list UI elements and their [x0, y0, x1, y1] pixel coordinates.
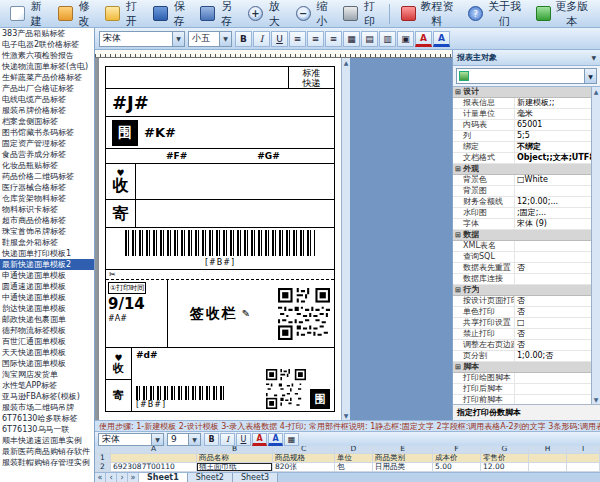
- field-g[interactable]: #G#: [257, 151, 279, 161]
- sheet-font-select[interactable]: 宋体 ▼: [98, 433, 164, 446]
- modify-button[interactable]: 修改: [52, 0, 99, 32]
- property-row[interactable]: 打印前脚本: [453, 395, 591, 404]
- property-panel-header[interactable]: 报表主对象 ▼: [453, 50, 600, 66]
- grid-cell[interactable]: 成本价: [433, 454, 481, 463]
- template-list-item[interactable]: 6T76130乌马一联: [0, 424, 94, 435]
- property-value[interactable]: 5;5: [515, 131, 591, 141]
- sheet-fill-color-button[interactable]: A: [268, 433, 283, 446]
- property-value[interactable]: [515, 384, 591, 394]
- sheet-italic-button[interactable]: I: [220, 433, 235, 446]
- grid-column-header[interactable]: E: [373, 446, 433, 454]
- font-size-select[interactable]: 小五 ▼: [188, 31, 232, 47]
- property-row[interactable]: 背景色 □White: [453, 175, 591, 186]
- template-list-item[interactable]: 珠宝首饰吊牌标签: [0, 226, 94, 237]
- scroll-up-icon[interactable]: ▲: [594, 88, 599, 95]
- template-list-item[interactable]: 顺丰快递速运面单实例: [0, 435, 94, 446]
- property-value[interactable]: 否: [515, 296, 591, 306]
- italic-button[interactable]: I: [253, 31, 270, 47]
- grid-cell[interactable]: 商品名称: [197, 454, 273, 463]
- align-right-button[interactable]: ≡: [325, 31, 342, 47]
- underline-button[interactable]: U: [271, 31, 288, 47]
- template-list-item[interactable]: 德邦物流标签模板: [0, 325, 94, 336]
- property-value[interactable]: 1;0.00;否: [515, 351, 591, 361]
- property-row[interactable]: 背景图: [453, 186, 591, 197]
- template-list-item[interactable]: 超市商品价格标签: [0, 215, 94, 226]
- last-sheet-icon[interactable]: »: [128, 473, 139, 482]
- image-button[interactable]: ▤: [361, 31, 378, 47]
- qr-code[interactable]: [278, 288, 330, 340]
- template-list-item[interactable]: 固定资产管理标签: [0, 138, 94, 149]
- property-row[interactable]: 绑定 不绑定: [453, 142, 591, 153]
- template-list-item[interactable]: 邮政快递包裹面单: [0, 314, 94, 325]
- new-button[interactable]: 新建: [4, 0, 51, 32]
- property-value[interactable]: [515, 241, 591, 251]
- property-value[interactable]: 否: [515, 263, 591, 273]
- signature-label[interactable]: 签收栏: [190, 305, 238, 323]
- property-row[interactable]: 行为: [453, 285, 591, 296]
- property-value[interactable]: ;固定;...: [515, 208, 591, 218]
- grid-cell[interactable]: 猫王面巾纸: [197, 463, 273, 472]
- property-value[interactable]: 新建模板;;: [515, 98, 591, 108]
- grid-cell[interactable]: [111, 454, 197, 463]
- property-scrollbar[interactable]: ▲ ▼: [591, 87, 600, 404]
- print-button[interactable]: 打印: [337, 0, 384, 32]
- template-list-item[interactable]: 医疗器械合格标签: [0, 182, 94, 193]
- property-row[interactable]: 列 5;5: [453, 131, 591, 142]
- grid-cell[interactable]: 零售价: [481, 454, 529, 463]
- property-value[interactable]: 不绑定: [515, 142, 591, 152]
- grid-cell[interactable]: 820张: [273, 463, 335, 472]
- stub-receiver-cell[interactable]: ♥ 收: [106, 348, 131, 380]
- property-value[interactable]: [515, 373, 591, 383]
- property-row[interactable]: 文档格式 Object;;文本;UTF8: [453, 153, 591, 164]
- qrcode-button[interactable]: ▣: [397, 31, 414, 47]
- design-canvas[interactable]: 标准 快递 #J# 围 #K# #F#: [95, 50, 452, 420]
- sheet-underline-button[interactable]: U: [236, 433, 251, 446]
- template-list-item[interactable]: 生鲜蔬菜产品价格标签: [0, 72, 94, 83]
- template-list-item[interactable]: 383产品箱贴标签: [0, 28, 94, 39]
- template-list-item[interactable]: 图书馆藏书条码标签: [0, 127, 94, 138]
- save-button[interactable]: 保存: [147, 0, 194, 32]
- template-list-item[interactable]: 食品营养成分标签: [0, 149, 94, 160]
- grid-cell[interactable]: 包: [335, 463, 373, 472]
- tab-sheet3[interactable]: Sheet3: [233, 473, 278, 482]
- property-row[interactable]: 禁止打印 否: [453, 329, 591, 340]
- template-list-item[interactable]: 圆通速递面单模板: [0, 281, 94, 292]
- grid-column-header[interactable]: D: [335, 446, 373, 454]
- grid-column-header[interactable]: H: [529, 446, 567, 454]
- template-list-item[interactable]: 仓库货架物料标签: [0, 193, 94, 204]
- property-value[interactable]: 否: [515, 340, 591, 350]
- field-d[interactable]: #d#: [136, 350, 258, 360]
- template-list-item[interactable]: 档案盒侧面标签: [0, 116, 94, 127]
- stub-barcode-caption[interactable]: [#B#]: [136, 400, 258, 409]
- scroll-down-icon[interactable]: ▼: [344, 412, 349, 419]
- more-versions-button[interactable]: 更多版本: [530, 0, 596, 32]
- grid-cell[interactable]: 12.00: [481, 463, 529, 472]
- stub-qr-code[interactable]: [266, 369, 306, 409]
- property-value[interactable]: Object;;文本;UTF8: [515, 153, 591, 163]
- property-value[interactable]: □: [515, 318, 591, 328]
- property-row[interactable]: 内码表 65001: [453, 120, 591, 131]
- property-row[interactable]: 单色打印 否: [453, 307, 591, 318]
- save-as-button[interactable]: 另存: [194, 0, 241, 32]
- grid-cell[interactable]: 商品类别: [373, 454, 433, 463]
- property-row[interactable]: 打印绘图脚本: [453, 373, 591, 384]
- template-list-item[interactable]: 化妆品瓶贴标签: [0, 160, 94, 171]
- grid-cell[interactable]: 单位: [335, 454, 373, 463]
- service-type-box[interactable]: 标准 快递: [288, 67, 334, 88]
- zoom-out-button[interactable]: 缩小: [290, 0, 337, 32]
- template-list-item[interactable]: 水性笔APP标签: [0, 380, 94, 391]
- grid-column-header[interactable]: F: [433, 446, 481, 454]
- template-list-item[interactable]: 产品出厂合格证标签: [0, 83, 94, 94]
- template-list-item[interactable]: 百世汇通面单模板: [0, 336, 94, 347]
- open-button[interactable]: 打开: [99, 0, 146, 32]
- field-f[interactable]: #F#: [166, 151, 187, 161]
- template-list-item[interactable]: 中通快递面单模板: [0, 292, 94, 303]
- sender-cell[interactable]: 寄: [106, 200, 136, 227]
- tutorial-button[interactable]: 教程资料: [395, 0, 461, 32]
- next-sheet-icon[interactable]: ›: [117, 473, 128, 482]
- template-list-item[interactable]: 最新快递面单模板2: [0, 259, 94, 270]
- brand-logo[interactable]: 围: [112, 120, 138, 146]
- shipping-label[interactable]: 标准 快递 #J# 围 #K# #F#: [105, 66, 335, 412]
- property-row[interactable]: 脚本: [453, 362, 591, 373]
- receiver-cell[interactable]: ♥ 收: [106, 164, 136, 199]
